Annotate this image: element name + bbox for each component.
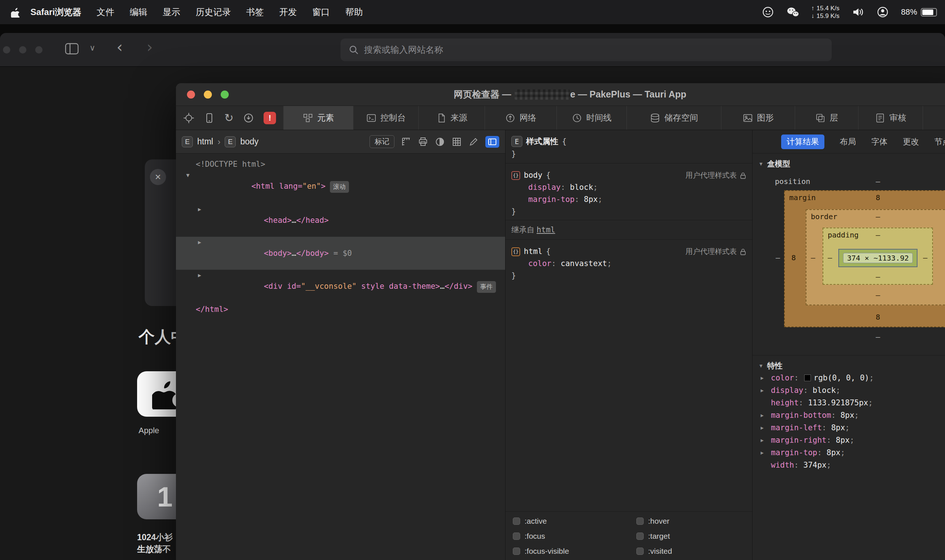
menu-item-file[interactable]: 文件 <box>89 6 122 18</box>
event-badge[interactable]: 事件 <box>477 281 496 293</box>
checkbox[interactable] <box>513 517 520 525</box>
properties-section-header[interactable]: ▼ 特性 <box>753 355 945 372</box>
grid-icon[interactable] <box>452 137 462 147</box>
inspector-titlebar[interactable]: 网页检查器 — e — PakePlus — Tauri App <box>176 83 945 106</box>
volume-icon[interactable] <box>851 6 864 19</box>
tab-computed[interactable]: 计算结果 <box>781 134 824 149</box>
menu-item-history[interactable]: 历史记录 <box>188 6 239 18</box>
breadcrumb-html[interactable]: html <box>197 137 213 146</box>
css-property[interactable]: display: block; <box>511 182 746 194</box>
pseudo-hover[interactable]: :hover <box>636 517 752 526</box>
pseudo-focus[interactable]: :focus <box>513 532 636 541</box>
tab-audit[interactable]: 审核 <box>858 106 923 130</box>
address-search-field[interactable]: 搜索或输入网站名称 <box>340 38 832 61</box>
inherited-from-link[interactable]: html <box>537 225 556 234</box>
inspector-zoom-button[interactable] <box>221 91 229 98</box>
issues-badge[interactable]: ! <box>263 112 276 124</box>
tab-layers[interactable]: 层 <box>795 106 858 130</box>
disclosure-closed-icon[interactable]: ▶ <box>760 450 771 455</box>
computed-property-display[interactable]: ▶ display: block; <box>753 384 945 397</box>
tab-network[interactable]: 网络 <box>485 106 556 130</box>
safari-minimize-button[interactable] <box>19 46 26 54</box>
checkbox[interactable] <box>636 532 644 540</box>
css-rule-html[interactable]: {} html { 用户代理样式表 color: canvastext; } <box>505 240 752 284</box>
computed-property-color[interactable]: ▶ color: rgb(0, 0, 0); <box>753 372 945 384</box>
device-settings-icon[interactable] <box>204 112 215 123</box>
color-swatch[interactable] <box>804 375 811 381</box>
css-property[interactable]: color: canvastext; <box>511 258 746 270</box>
menu-item-edit[interactable]: 编辑 <box>122 6 155 18</box>
contrast-icon[interactable] <box>435 137 445 147</box>
inspector-close-button[interactable] <box>187 91 195 98</box>
pseudo-active[interactable]: :active <box>513 517 636 526</box>
wechat-icon[interactable] <box>786 6 799 19</box>
computed-property-margin-bottom[interactable]: ▶ margin-bottom: 8px; <box>753 409 945 422</box>
edit-pencil-icon[interactable] <box>468 137 479 147</box>
checkbox[interactable] <box>513 532 520 540</box>
menu-item-safari[interactable]: Safari浏览器 <box>26 6 89 18</box>
print-icon[interactable] <box>418 137 428 147</box>
disclosure-closed-icon[interactable]: ▶ <box>760 388 771 393</box>
menu-item-view[interactable]: 显示 <box>155 6 188 18</box>
dialog-close-button[interactable]: × <box>150 169 166 185</box>
pseudo-visited[interactable]: :visited <box>636 547 752 555</box>
dom-node-doctype[interactable]: <!DOCTYPE html> <box>176 159 505 170</box>
safari-close-button[interactable] <box>3 46 10 54</box>
computed-property-height[interactable]: height: 1133.921875px; <box>753 397 945 409</box>
mark-button[interactable]: 标记 <box>369 135 394 148</box>
tab-graphics[interactable]: 图形 <box>721 106 795 130</box>
disclosure-closed-icon[interactable]: ▶ <box>198 270 201 281</box>
disclosure-closed-icon[interactable]: ▶ <box>198 204 201 215</box>
tab-changes[interactable]: 更改 <box>903 136 919 147</box>
disclosure-closed-icon[interactable]: ▶ <box>760 425 771 431</box>
computed-property-margin-right[interactable]: ▶ margin-right: 8px; <box>753 434 945 446</box>
checkbox[interactable] <box>513 548 520 555</box>
disclosure-closed-icon[interactable]: ▶ <box>760 412 771 418</box>
tab-timelines[interactable]: 时间线 <box>556 106 626 130</box>
box-model-content[interactable]: 374 × ~1133.92 <box>838 249 917 267</box>
menu-item-window[interactable]: 窗口 <box>305 6 338 18</box>
checkbox[interactable] <box>636 517 644 525</box>
tab-font[interactable]: 字体 <box>871 136 888 147</box>
disclosure-closed-icon[interactable]: ▶ <box>760 437 771 443</box>
box-model-section-header[interactable]: ▼ 盒模型 <box>753 154 945 170</box>
computed-property-margin-top[interactable]: ▶ margin-top: 8px; <box>753 446 945 459</box>
user-account-icon[interactable] <box>876 6 889 19</box>
css-rule-body[interactable]: {} body { 用户代理样式表 display: block; margin… <box>505 163 752 220</box>
download-icon[interactable] <box>243 112 254 123</box>
apple-menu-icon[interactable] <box>11 7 20 18</box>
reload-page-icon[interactable]: ↻ <box>224 112 234 123</box>
computed-property-width[interactable]: width: 374px; <box>753 459 945 471</box>
style-attribute-block[interactable]: E 样式属性 { } <box>505 130 752 163</box>
rulers-icon[interactable] <box>401 137 411 147</box>
disclosure-open-icon[interactable]: ▼ <box>186 170 189 181</box>
dom-node-html-open[interactable]: ▼<html lang="en">滚动 <box>176 170 505 204</box>
disclosure-closed-icon[interactable]: ▶ <box>198 237 201 248</box>
tab-storage[interactable]: 储存空间 <box>626 106 721 130</box>
tab-node[interactable]: 节点 <box>934 136 945 147</box>
network-speed-indicator[interactable]: ↑15.4 K/s ↓15.9 K/s <box>811 5 839 20</box>
rule-origin[interactable]: 用户代理样式表 <box>685 169 746 182</box>
sidebar-toggle-icon[interactable] <box>65 43 79 55</box>
menu-item-bookmarks[interactable]: 书签 <box>239 6 272 18</box>
rule-origin[interactable]: 用户代理样式表 <box>685 246 746 258</box>
scroll-badge[interactable]: 滚动 <box>330 181 349 193</box>
css-property[interactable]: margin-top: 8px; <box>511 194 746 206</box>
forward-button[interactable]: › <box>147 38 153 56</box>
element-picker-icon[interactable] <box>183 112 194 123</box>
menu-item-develop[interactable]: 开发 <box>272 6 305 18</box>
dom-node-head[interactable]: ▶<head>…</head> <box>176 204 505 237</box>
dom-node-body[interactable]: ▶<body>…</body> = $0 <box>176 237 505 270</box>
checkbox[interactable] <box>636 548 644 555</box>
dom-node-vconsole-div[interactable]: ▶<div id="__vconsole" style data-theme>…… <box>176 270 505 304</box>
element-highlight-toggle[interactable] <box>485 136 499 148</box>
tab-console[interactable]: 控制台 <box>353 106 418 130</box>
tab-layout[interactable]: 布局 <box>840 136 856 147</box>
pseudo-target[interactable]: :target <box>636 532 752 541</box>
pseudo-focus-visible[interactable]: :focus-visible <box>513 547 636 555</box>
breadcrumb-body[interactable]: body <box>240 137 259 146</box>
disclosure-closed-icon[interactable]: ▶ <box>760 375 771 381</box>
computed-property-margin-left[interactable]: ▶ margin-left: 8px; <box>753 422 945 434</box>
menu-item-help[interactable]: 帮助 <box>338 6 371 18</box>
dom-node-html-close[interactable]: </html> <box>176 304 505 315</box>
